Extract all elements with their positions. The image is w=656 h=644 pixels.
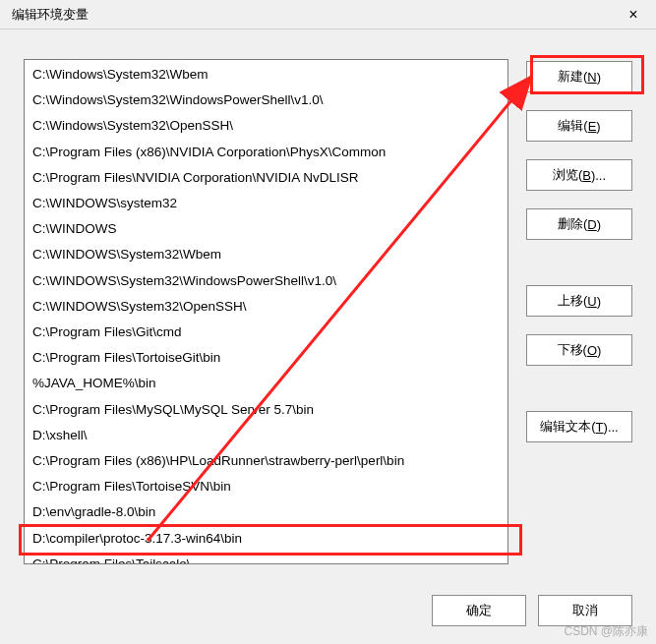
moveup-button[interactable]: 上移(U) bbox=[526, 285, 632, 317]
title-bar: 编辑环境变量 × bbox=[0, 0, 656, 29]
list-item[interactable]: C:\Program Files (x86)\NVIDIA Corporatio… bbox=[27, 140, 506, 165]
list-item[interactable]: D:\xshell\ bbox=[27, 423, 506, 448]
list-item[interactable]: C:\Program Files\TortoiseGit\bin bbox=[27, 345, 506, 371]
close-button[interactable]: × bbox=[611, 0, 656, 29]
list-item[interactable]: C:\Windows\System32\WindowsPowerShell\v1… bbox=[27, 88, 506, 113]
ok-button[interactable]: 确定 bbox=[432, 595, 526, 626]
movedown-button[interactable]: 下移(O) bbox=[526, 334, 632, 366]
list-item[interactable]: C:\Program Files\TortoiseSVN\bin bbox=[27, 474, 506, 499]
cancel-button[interactable]: 取消 bbox=[538, 595, 632, 626]
path-listbox[interactable]: C:\Windows\System32\WbemC:\Windows\Syste… bbox=[24, 59, 508, 564]
list-item[interactable]: C:\WINDOWS\System32\OpenSSH\ bbox=[27, 294, 506, 320]
delete-button[interactable]: 删除(D) bbox=[526, 208, 632, 240]
edittext-button[interactable]: 编辑文本(T)... bbox=[526, 411, 632, 442]
edit-button[interactable]: 编辑(E) bbox=[526, 110, 632, 142]
new-button[interactable]: 新建(N) bbox=[526, 61, 632, 92]
list-item[interactable]: C:\WINDOWS\System32\Wbem bbox=[27, 242, 506, 267]
list-item[interactable]: C:\Program Files\Git\cmd bbox=[27, 320, 506, 345]
list-item[interactable]: D:\compiler\protoc-3.17.3-win64\bin bbox=[27, 526, 506, 552]
side-buttons: 新建(N) 编辑(E) 浏览(B)... 删除(D) 上移(U) 下移(O) 编… bbox=[526, 59, 632, 595]
list-item[interactable]: C:\Program Files\Tailscale\ bbox=[27, 552, 506, 564]
dialog-body: C:\Windows\System32\WbemC:\Windows\Syste… bbox=[0, 29, 656, 644]
list-item[interactable]: C:\Program Files (x86)\HP\LoadRunner\str… bbox=[27, 448, 506, 474]
dialog-footer: 确定 取消 bbox=[432, 595, 632, 626]
browse-button[interactable]: 浏览(B)... bbox=[526, 159, 632, 191]
list-item[interactable]: C:\WINDOWS\System32\WindowsPowerShell\v1… bbox=[27, 268, 506, 294]
window-title: 编辑环境变量 bbox=[12, 6, 89, 24]
close-icon: × bbox=[628, 6, 637, 24]
list-item[interactable]: C:\Program Files\NVIDIA Corporation\NVID… bbox=[27, 165, 506, 191]
list-item[interactable]: C:\Windows\System32\Wbem bbox=[27, 62, 506, 88]
list-item[interactable]: D:\env\gradle-8.0\bin bbox=[27, 499, 506, 525]
list-item[interactable]: C:\WINDOWS bbox=[27, 216, 506, 242]
list-item[interactable]: %JAVA_HOME%\bin bbox=[27, 371, 506, 396]
list-item[interactable]: C:\WINDOWS\system32 bbox=[27, 191, 506, 216]
watermark: CSDN @陈亦康 bbox=[564, 623, 648, 640]
list-item[interactable]: C:\Windows\System32\OpenSSH\ bbox=[27, 113, 506, 139]
list-item[interactable]: C:\Program Files\MySQL\MySQL Server 5.7\… bbox=[27, 397, 506, 423]
